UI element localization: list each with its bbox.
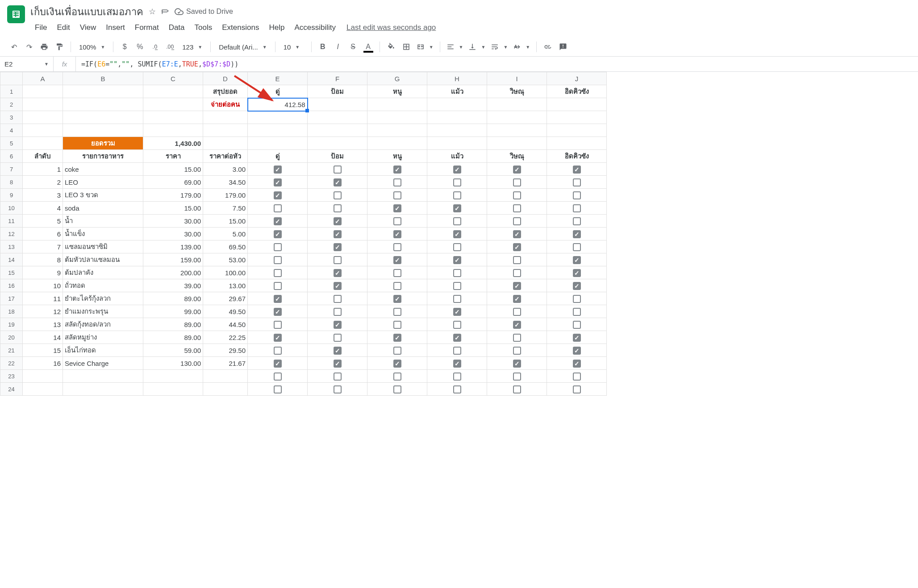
- checkbox[interactable]: [573, 334, 581, 342]
- cell-chk-24-0[interactable]: [248, 383, 308, 396]
- row-header-10[interactable]: 10: [0, 202, 23, 215]
- checkbox[interactable]: [274, 243, 282, 251]
- col-header-E[interactable]: E: [248, 72, 308, 85]
- cell-chk-15-0[interactable]: [248, 266, 308, 279]
- cell-B10[interactable]: soda: [63, 202, 143, 215]
- row-header-5[interactable]: 5: [0, 137, 23, 150]
- cell-H6[interactable]: แม้ว: [427, 150, 487, 163]
- checkbox[interactable]: [393, 385, 401, 393]
- cell-chk-15-5[interactable]: [547, 266, 607, 279]
- row-header-21[interactable]: 21: [0, 344, 23, 357]
- percent-button[interactable]: %: [133, 40, 146, 54]
- cell-A18[interactable]: 12: [23, 305, 63, 318]
- row-header-2[interactable]: 2: [0, 98, 23, 111]
- cell-A6[interactable]: ลำดับ: [23, 150, 63, 163]
- cell-C13[interactable]: 139.00: [143, 240, 203, 253]
- checkbox[interactable]: [334, 166, 342, 174]
- cell-E1[interactable]: ดู่: [248, 85, 308, 98]
- cell-chk-8-5[interactable]: [547, 176, 607, 189]
- cell-chk-19-3[interactable]: [427, 318, 487, 331]
- cell-A10[interactable]: 4: [23, 202, 63, 215]
- cell-A7[interactable]: 1: [23, 163, 63, 176]
- row-header-1[interactable]: 1: [0, 85, 23, 98]
- cell-chk-9-5[interactable]: [547, 189, 607, 202]
- saved-to-drive[interactable]: Saved to Drive: [175, 7, 233, 16]
- cell-C7[interactable]: 15.00: [143, 163, 203, 176]
- checkbox[interactable]: [393, 191, 401, 199]
- cell-chk-13-2[interactable]: [367, 240, 427, 253]
- menu-view[interactable]: View: [75, 21, 101, 34]
- cell-chk-20-2[interactable]: [367, 331, 427, 344]
- cell-D7[interactable]: 3.00: [203, 163, 248, 176]
- cell-chk-24-1[interactable]: [308, 383, 367, 396]
- checkbox[interactable]: [274, 373, 282, 381]
- checkbox[interactable]: [573, 385, 581, 393]
- row-header-9[interactable]: 9: [0, 189, 23, 202]
- cell-C12[interactable]: 30.00: [143, 228, 203, 240]
- row-header-4[interactable]: 4: [0, 124, 23, 137]
- cell-chk-10-2[interactable]: [367, 202, 427, 215]
- checkbox[interactable]: [334, 191, 342, 199]
- checkbox[interactable]: [334, 243, 342, 251]
- cell-C5[interactable]: 1,430.00: [143, 137, 203, 150]
- cell-D16[interactable]: 13.00: [203, 279, 248, 292]
- checkbox[interactable]: [393, 204, 401, 212]
- cell-D21[interactable]: 29.50: [203, 344, 248, 357]
- cell-chk-23-4[interactable]: [487, 370, 547, 383]
- cell-chk-18-1[interactable]: [308, 305, 367, 318]
- col-header-C[interactable]: C: [143, 72, 203, 85]
- cell-chk-10-0[interactable]: [248, 202, 308, 215]
- cell-chk-16-2[interactable]: [367, 279, 427, 292]
- cell-chk-24-3[interactable]: [427, 383, 487, 396]
- cell-D14[interactable]: 53.00: [203, 253, 248, 266]
- cell-G6[interactable]: หนู: [367, 150, 427, 163]
- cell-chk-11-0[interactable]: [248, 215, 308, 228]
- cell-chk-22-1[interactable]: [308, 357, 367, 370]
- doc-title[interactable]: เก็บเงินเพื่อนแบบเสมอภาค: [30, 4, 143, 20]
- row-header-6[interactable]: 6: [0, 150, 23, 163]
- checkbox[interactable]: [334, 256, 342, 264]
- cell-chk-13-1[interactable]: [308, 240, 367, 253]
- cell-chk-21-2[interactable]: [367, 344, 427, 357]
- cell-C15[interactable]: 200.00: [143, 266, 203, 279]
- checkbox[interactable]: [453, 243, 461, 251]
- cell-B18[interactable]: ยำแมงกระพรุน: [63, 305, 143, 318]
- cell-chk-17-5[interactable]: [547, 292, 607, 305]
- cell-chk-7-3[interactable]: [427, 163, 487, 176]
- cell-chk-17-1[interactable]: [308, 292, 367, 305]
- cell-B6[interactable]: รายการอาหาร: [63, 150, 143, 163]
- cell-chk-19-4[interactable]: [487, 318, 547, 331]
- cell-chk-23-1[interactable]: [308, 370, 367, 383]
- cell-chk-14-4[interactable]: [487, 253, 547, 266]
- checkbox[interactable]: [393, 308, 401, 316]
- checkbox[interactable]: [513, 282, 521, 290]
- print-button[interactable]: [38, 40, 51, 54]
- row-header-8[interactable]: 8: [0, 176, 23, 189]
- cell-chk-21-5[interactable]: [547, 344, 607, 357]
- checkbox[interactable]: [274, 308, 282, 316]
- paint-format-button[interactable]: [53, 40, 66, 54]
- cell-chk-10-4[interactable]: [487, 202, 547, 215]
- checkbox[interactable]: [274, 269, 282, 277]
- fontsize-dropdown[interactable]: 10▼: [280, 40, 307, 54]
- cell-A20[interactable]: 14: [23, 331, 63, 344]
- cell-chk-17-4[interactable]: [487, 292, 547, 305]
- formula-input[interactable]: =IF(E6="","", SUMIF(E7:E,TRUE,$D$7:$D)): [76, 57, 918, 71]
- cell-chk-20-5[interactable]: [547, 331, 607, 344]
- star-icon[interactable]: ☆: [149, 7, 156, 17]
- cell-chk-21-0[interactable]: [248, 344, 308, 357]
- cell-chk-19-2[interactable]: [367, 318, 427, 331]
- cell-D10[interactable]: 7.50: [203, 202, 248, 215]
- checkbox[interactable]: [274, 360, 282, 368]
- checkbox[interactable]: [334, 295, 342, 303]
- checkbox[interactable]: [573, 191, 581, 199]
- cell-chk-8-1[interactable]: [308, 176, 367, 189]
- cell-A13[interactable]: 7: [23, 240, 63, 253]
- checkbox[interactable]: [334, 178, 342, 186]
- checkbox[interactable]: [274, 295, 282, 303]
- cell-B12[interactable]: น้ำแข็ง: [63, 228, 143, 240]
- checkbox[interactable]: [393, 217, 401, 225]
- checkbox[interactable]: [573, 217, 581, 225]
- checkbox[interactable]: [573, 256, 581, 264]
- menu-accessibility[interactable]: Accessibility: [290, 21, 340, 34]
